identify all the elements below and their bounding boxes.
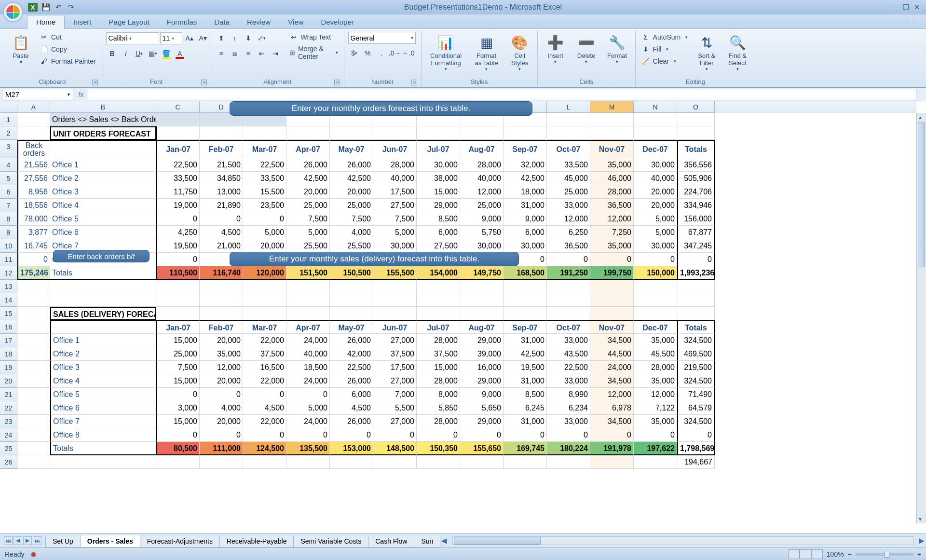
macro-record-icon[interactable]: ⏺ (30, 550, 37, 558)
cell-M13[interactable] (590, 280, 634, 293)
cell-H9[interactable]: 5,000 (373, 226, 417, 239)
cell-J9[interactable]: 5,750 (460, 226, 504, 239)
cell-F9[interactable]: 5,000 (286, 226, 330, 239)
cell-J12[interactable]: 149,750 (460, 266, 504, 280)
cell-G22[interactable]: 4,500 (330, 401, 373, 415)
col-header-L[interactable]: L (547, 101, 590, 113)
grow-font-button[interactable]: A▴ (183, 32, 196, 44)
vertical-scrollbar[interactable]: ▴ ▾ (916, 113, 926, 523)
cell-G13[interactable] (330, 280, 373, 293)
cell-G3[interactable]: May-07 (330, 140, 373, 158)
sheet-tab-orders-sales[interactable]: Orders - Sales (80, 535, 140, 547)
row-header-10[interactable]: 10 (0, 239, 17, 253)
cell-F5[interactable]: 42,500 (286, 172, 330, 185)
cell-B25[interactable]: Totals (50, 442, 156, 455)
shrink-font-button[interactable]: A▾ (197, 32, 209, 44)
cell-C19[interactable]: 7,500 (156, 361, 200, 374)
cell-E14[interactable] (243, 293, 286, 307)
cell-M17[interactable]: 34,500 (590, 334, 634, 347)
cell-N8[interactable]: 5,000 (634, 212, 677, 226)
cell-B6[interactable]: Office 3 (50, 185, 156, 199)
cell-L16[interactable]: Oct-07 (547, 320, 590, 334)
cell-H26[interactable] (373, 455, 417, 469)
cell-N12[interactable]: 150,000 (634, 266, 677, 280)
cell-H10[interactable]: 30,000 (373, 239, 417, 253)
cell-F7[interactable]: 25,000 (286, 199, 330, 212)
cell-F2[interactable] (286, 126, 330, 140)
cell-K23[interactable]: 31,000 (504, 415, 547, 428)
cell-J24[interactable]: 0 (460, 428, 504, 442)
sheet-nav-prev[interactable]: ◀ (14, 536, 22, 545)
cell-E25[interactable]: 124,500 (243, 442, 286, 455)
cell-I26[interactable] (417, 455, 460, 469)
row-header-6[interactable]: 6 (0, 185, 17, 199)
cell-M23[interactable]: 34,500 (590, 415, 634, 428)
cell-C12[interactable]: 110,500 (156, 266, 200, 280)
cell-L7[interactable]: 33,000 (547, 199, 590, 212)
sheet-tab-cash-flow[interactable]: Cash Flow (368, 535, 414, 547)
cell-L26[interactable] (547, 455, 590, 469)
cell-I16[interactable]: Jul-07 (417, 320, 460, 334)
cell-G20[interactable]: 26,000 (330, 374, 373, 388)
paste-button[interactable]: 📋 Paste ▾ (7, 32, 35, 67)
sheet-tab-forecast-adjustments[interactable]: Forecast-Adjustments (140, 535, 220, 547)
cell-M12[interactable]: 199,750 (590, 266, 634, 280)
cell-B23[interactable]: Office 7 (50, 415, 156, 428)
cell-M4[interactable]: 35,000 (590, 158, 634, 172)
cell-D25[interactable]: 111,000 (200, 442, 243, 455)
cell-D21[interactable]: 0 (200, 388, 243, 401)
format-table-button[interactable]: ▦Format as Table▾ (470, 32, 504, 73)
zoom-level[interactable]: 100% (827, 550, 844, 558)
cell-F8[interactable]: 7,500 (286, 212, 330, 226)
cell-B19[interactable]: Office 3 (50, 361, 156, 374)
cell-L11[interactable]: 0 (547, 253, 590, 266)
cell-D5[interactable]: 34,850 (200, 172, 243, 185)
row-header-25[interactable]: 25 (0, 442, 17, 455)
cell-J6[interactable]: 12,000 (460, 185, 504, 199)
cell-O17[interactable]: 324,500 (677, 334, 715, 347)
align-bottom-button[interactable]: ⬇ (242, 32, 255, 44)
sheet-nav-first[interactable]: ⏮ (4, 536, 13, 545)
wrap-text-button[interactable]: ↩Wrap Text (287, 32, 340, 42)
cell-O15[interactable] (677, 307, 715, 320)
cell-N14[interactable] (634, 293, 677, 307)
cell-B7[interactable]: Office 4 (50, 199, 156, 212)
cell-F12[interactable]: 151,500 (286, 266, 330, 280)
cell-C24[interactable]: 0 (156, 428, 200, 442)
name-box[interactable]: M27▾ (2, 89, 73, 100)
cell-F3[interactable]: Apr-07 (286, 140, 330, 158)
row-header-16[interactable]: 16 (0, 320, 17, 334)
cell-I22[interactable]: 5,850 (417, 401, 460, 415)
cell-I12[interactable]: 154,000 (417, 266, 460, 280)
cell-G7[interactable]: 25,000 (330, 199, 373, 212)
cell-N7[interactable]: 20,000 (634, 199, 677, 212)
italic-button[interactable]: I (120, 47, 132, 60)
indent-button[interactable]: ⇥ (269, 47, 282, 60)
format-cells-button[interactable]: 🔧Format▾ (603, 32, 631, 66)
cell-J5[interactable]: 40,000 (460, 172, 504, 185)
percent-button[interactable]: % (362, 47, 374, 59)
font-name-combo[interactable]: Calibri▾ (106, 32, 159, 44)
cell-D2[interactable] (200, 126, 243, 140)
cell-D14[interactable] (200, 293, 243, 307)
cell-M21[interactable]: 12,000 (590, 388, 634, 401)
cell-J23[interactable]: 29,000 (460, 415, 504, 428)
cell-C23[interactable]: 15,000 (156, 415, 200, 428)
cell-D9[interactable]: 4,500 (200, 226, 243, 239)
font-color-button[interactable]: A (174, 47, 186, 60)
cell-C9[interactable]: 4,250 (156, 226, 200, 239)
cell-D12[interactable]: 116,740 (200, 266, 243, 280)
cell-K21[interactable]: 8,500 (504, 388, 547, 401)
clear-button[interactable]: 🧹Clear▾ (640, 56, 690, 67)
cell-F18[interactable]: 40,000 (286, 347, 330, 361)
cell-M1[interactable] (590, 113, 634, 126)
cell-A16[interactable] (17, 320, 50, 334)
office-button[interactable] (3, 2, 23, 22)
cell-I20[interactable]: 28,000 (417, 374, 460, 388)
cell-A24[interactable] (17, 428, 50, 442)
cell-A17[interactable] (17, 334, 50, 347)
cell-B17[interactable]: Office 1 (50, 334, 156, 347)
cell-G12[interactable]: 150,500 (330, 266, 373, 280)
cell-L25[interactable]: 180,224 (547, 442, 590, 455)
cell-O13[interactable] (677, 280, 715, 293)
